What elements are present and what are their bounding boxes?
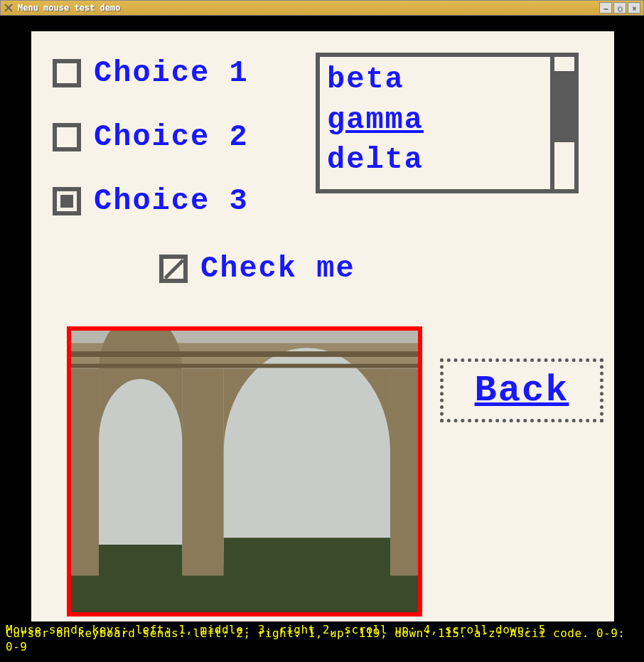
window-title: Menu mouse test demo	[18, 3, 599, 13]
list-item[interactable]: beta	[327, 60, 543, 100]
svg-rect-7	[71, 351, 418, 357]
choice-2-label: Choice 2	[94, 120, 249, 154]
app-x-icon	[4, 3, 14, 13]
checkbox-label: Check me	[200, 252, 355, 286]
radio-box-icon	[53, 123, 81, 151]
radio-box-selected-icon	[53, 187, 81, 215]
minimize-button[interactable]: –	[599, 2, 612, 14]
svg-rect-8	[71, 364, 418, 368]
listbox[interactable]: beta gamma delta	[316, 53, 579, 193]
radio-choice-1[interactable]: Choice 1	[53, 56, 249, 90]
svg-rect-4	[71, 368, 99, 575]
main-panel: Choice 1 Choice 2 Choice 3 Check me beta…	[31, 31, 614, 621]
window-titlebar: Menu mouse test demo – ▢ ×	[0, 0, 644, 16]
viaduct-image-svg	[71, 331, 418, 612]
app-canvas: Choice 1 Choice 2 Choice 3 Check me beta…	[3, 18, 641, 659]
back-button[interactable]: Back	[440, 358, 603, 422]
listbox-scrollbar[interactable]	[550, 57, 574, 189]
radio-box-icon	[53, 59, 81, 87]
close-button[interactable]: ×	[628, 2, 640, 14]
svg-rect-6	[390, 368, 418, 575]
list-item[interactable]: delta	[327, 140, 543, 181]
radio-choice-3[interactable]: Choice 3	[53, 184, 249, 218]
listbox-items[interactable]: beta gamma delta	[320, 57, 550, 189]
svg-rect-5	[182, 368, 224, 575]
back-button-label: Back	[475, 370, 569, 412]
list-item-selected[interactable]: gamma	[327, 100, 543, 141]
radio-choice-2[interactable]: Choice 2	[53, 120, 249, 154]
image-viaduct	[67, 326, 422, 616]
checkbox-check-me[interactable]: Check me	[159, 252, 355, 286]
status-line-2: Cursor on keyboard sends: left: 2, right…	[6, 626, 641, 653]
choice-1-label: Choice 1	[94, 56, 249, 90]
choice-3-label: Choice 3	[94, 184, 249, 218]
scrollbar-thumb[interactable]	[554, 71, 574, 142]
checkbox-checked-icon	[159, 255, 188, 283]
maximize-button[interactable]: ▢	[613, 2, 626, 14]
